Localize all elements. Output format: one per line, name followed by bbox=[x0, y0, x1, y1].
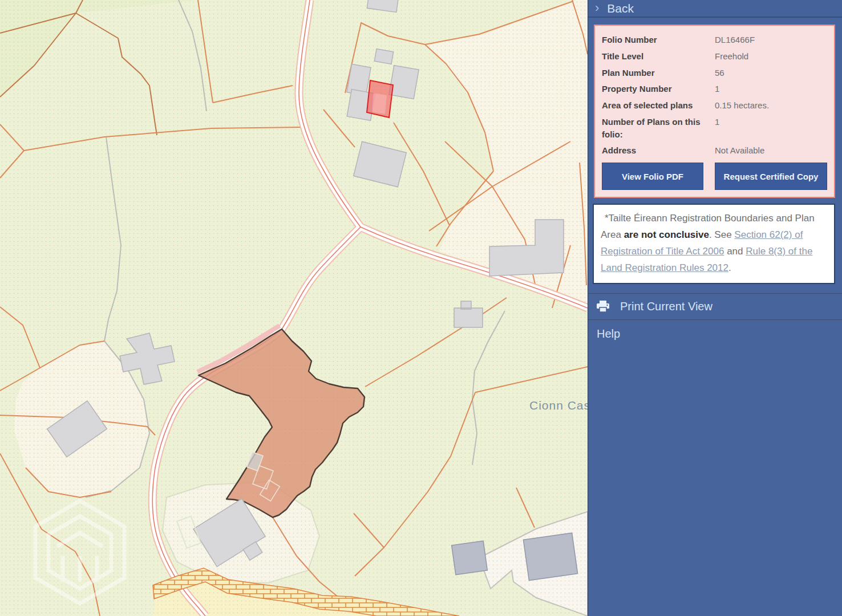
back-label: Back bbox=[607, 2, 634, 15]
folio-row: Area of selected plans 0.15 hectares. bbox=[602, 99, 827, 112]
land-registry-map-viewer: Cionn Cas › Back Folio Number DL16466F T… bbox=[0, 0, 842, 616]
disclaimer-note: *Tailte Éireann Registration Boundaries … bbox=[593, 204, 835, 284]
folio-row: Title Level Freehold bbox=[602, 50, 827, 63]
back-button[interactable]: › Back bbox=[588, 0, 842, 18]
disclaimer-bold: are not conclusive bbox=[624, 229, 709, 240]
folio-row: Property Number 1 bbox=[602, 83, 827, 95]
print-current-view-button[interactable]: Print Current View bbox=[588, 293, 842, 320]
help-label: Help bbox=[597, 327, 620, 341]
selected-plan-parcel[interactable] bbox=[367, 80, 393, 117]
folio-info-panel: Folio Number DL16466F Title Level Freeho… bbox=[594, 25, 835, 198]
print-label: Print Current View bbox=[620, 300, 713, 313]
map-canvas[interactable]: Cionn Cas bbox=[0, 0, 588, 616]
folio-row: Plan Number 56 bbox=[602, 67, 827, 79]
view-folio-pdf-button[interactable]: View Folio PDF bbox=[602, 163, 703, 190]
map-svg[interactable]: Cionn Cas bbox=[0, 0, 588, 616]
request-certified-copy-button[interactable]: Request Certified Copy bbox=[715, 163, 827, 190]
place-label: Cionn Cas bbox=[529, 399, 588, 412]
help-link[interactable]: Help bbox=[588, 320, 842, 347]
folio-row: Number of Plans on this folio: 1 bbox=[602, 116, 827, 141]
chevron-right-icon: › bbox=[595, 2, 599, 14]
printer-icon bbox=[596, 301, 610, 313]
folio-row: Folio Number DL16466F bbox=[602, 34, 827, 46]
details-sidebar: › Back Folio Number DL16466F Title Level… bbox=[588, 0, 842, 616]
folio-row: Address Not Available bbox=[602, 144, 827, 157]
